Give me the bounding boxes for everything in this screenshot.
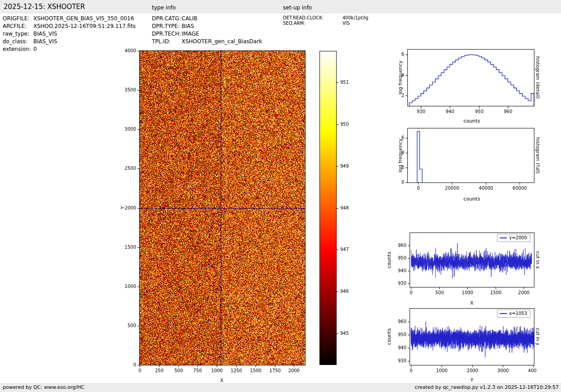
dpr-type-label: DPR.TYPE: xyxy=(152,23,182,30)
type-info-heading: type info xyxy=(152,5,176,11)
hist-full-x-axis-label: counts xyxy=(464,196,480,202)
origfile-value: XSHOOTER_GEN_BIAS_VIS_350_0016 xyxy=(33,15,134,22)
cut-y-y-axis-label: counts xyxy=(386,328,392,345)
raw-type-label: raw_type: xyxy=(3,30,33,38)
arcfile-value: XSHOO.2025-12-16T09:51:29.117.fits xyxy=(33,23,136,29)
qc-report-page: 2025-12-15: XSHOOTER type info set-up in… xyxy=(0,0,561,392)
dpr-catg-label: DPR.CATG: xyxy=(152,15,182,23)
dpr-type-value: BIAS xyxy=(182,23,194,29)
file-info-block: ORIGFILE:XSHOOTER_GEN_BIAS_VIS_350_0016 … xyxy=(3,15,136,53)
dpr-type-row: DPR.TYPE:BIAS xyxy=(152,23,262,30)
cut-y-legend-label: x=1053 xyxy=(509,311,527,316)
cut-y-side-label: cut in y xyxy=(535,328,541,345)
do-class-row: do_class:BIAS_VIS xyxy=(3,38,136,46)
raw-type-row: raw_type:BIAS_VIS xyxy=(3,30,136,38)
hist-detail-y-axis-label: log frequency xyxy=(397,60,403,94)
legend-line-icon xyxy=(500,237,507,238)
seq-arm-label: SEQ.ARM: xyxy=(283,21,342,26)
seq-arm-row: SEQ.ARM:VIS xyxy=(283,21,368,26)
cut-y-legend: x=1053 xyxy=(497,310,530,318)
histogram-full-plot xyxy=(398,125,536,194)
setup-info-heading: set-up info xyxy=(283,5,312,11)
cut-x-side-label: cut in x xyxy=(535,251,541,269)
extension-row: extension:0 xyxy=(3,46,136,53)
do-class-label: do_class: xyxy=(3,38,33,46)
hist-full-y-axis-label: log frequency xyxy=(397,138,403,172)
cut-x-x-axis-label: X xyxy=(470,300,474,306)
do-class-value: BIAS_VIS xyxy=(33,38,57,45)
page-title: 2025-12-15: XSHOOTER xyxy=(4,3,85,11)
cut-x-legend-label: y=2000 xyxy=(509,235,527,241)
dpr-tech-label: DPR.TECH: xyxy=(152,30,182,38)
tpl-id-row: TPL.ID:XSHOOTER_gen_cal_BiasDark xyxy=(152,38,262,46)
tpl-id-label: TPL.ID: xyxy=(152,38,182,46)
extension-label: extension: xyxy=(3,46,33,53)
cut-x-legend: y=2000 xyxy=(497,234,530,242)
cut-y-x-axis-label: Y xyxy=(470,377,474,383)
det-read-clock-label: DET.READ.CLOCK: xyxy=(283,15,342,21)
colorbar xyxy=(318,51,354,372)
type-info-block: DPR.CATG:CALIB DPR.TYPE:BIAS DPR.TECH:IM… xyxy=(152,15,262,46)
hist-detail-x-axis-label: counts xyxy=(464,118,480,124)
det-read-clock-row: DET.READ.CLOCK:400k/1pt/lg xyxy=(283,15,368,21)
footer-bar: powered by QC: www.eso.org/HC created by… xyxy=(0,383,561,392)
arcfile-row: ARCFILE:XSHOO.2025-12-16T09:51:29.117.fi… xyxy=(3,23,136,30)
bias-frame-image xyxy=(122,45,307,381)
dpr-tech-value: IMAGE xyxy=(182,31,199,37)
dpr-catg-value: CALIB xyxy=(182,15,197,22)
main-x-axis-label: X xyxy=(220,378,223,383)
raw-type-value: BIAS_VIS xyxy=(33,31,57,37)
legend-line-icon xyxy=(500,313,507,314)
footer-created-by: created by qc_rawdisp.py v1.2.3 on 2025-… xyxy=(415,384,559,390)
dpr-tech-row: DPR.TECH:IMAGE xyxy=(152,30,262,38)
setup-info-block: DET.READ.CLOCK:400k/1pt/lg SEQ.ARM:VIS xyxy=(283,15,368,26)
main-y-axis-label: Y xyxy=(120,206,126,210)
hist-full-side-label: histogram (full) xyxy=(535,137,541,174)
arcfile-label: ARCFILE: xyxy=(3,23,33,30)
dpr-catg-row: DPR.CATG:CALIB xyxy=(152,15,262,23)
origfile-row: ORIGFILE:XSHOOTER_GEN_BIAS_VIS_350_0016 xyxy=(3,15,136,23)
extension-value: 0 xyxy=(33,46,37,52)
header-bar: 2025-12-15: XSHOOTER type info set-up in… xyxy=(0,0,561,14)
tpl-id-value: XSHOOTER_gen_cal_BiasDark xyxy=(182,38,262,45)
seq-arm-value: VIS xyxy=(342,21,350,26)
histogram-detail-plot xyxy=(398,46,536,115)
det-read-clock-value: 400k/1pt/lg xyxy=(342,15,368,20)
footer-powered-by: powered by QC: www.eso.org/HC xyxy=(3,384,84,390)
origfile-label: ORIGFILE: xyxy=(3,15,33,23)
hist-detail-side-label: histogram (detail) xyxy=(535,56,541,99)
cut-x-y-axis-label: counts xyxy=(386,252,392,269)
